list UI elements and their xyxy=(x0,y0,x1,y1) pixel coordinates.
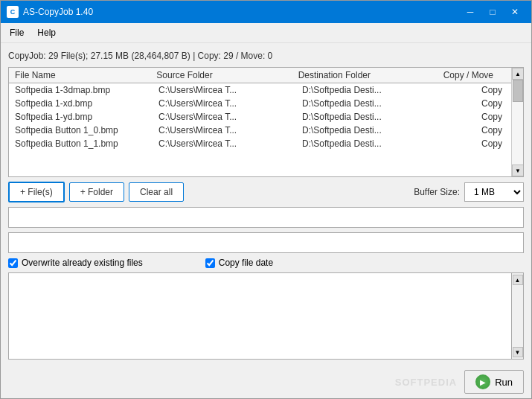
clear-all-button[interactable]: Clear all xyxy=(129,182,184,202)
cell-action: Copy xyxy=(446,138,505,149)
table-row[interactable]: Softpedia 1-3dmap.bmp C:\Users\Mircea T.… xyxy=(9,83,511,97)
copy-date-label: Copy file date xyxy=(219,258,273,268)
table-row[interactable]: Softpedia 1-xd.bmp C:\Users\Mircea T... … xyxy=(9,97,511,110)
cell-source: C:\Users\Mircea T... xyxy=(158,98,302,109)
copy-date-checkbox[interactable] xyxy=(205,258,215,268)
cell-dest: D:\Softpedia Desti... xyxy=(302,112,446,122)
maximize-button[interactable]: □ xyxy=(482,4,503,19)
cell-filename: Softpedia Button 1_1.bmp xyxy=(15,138,158,149)
close-button[interactable]: ✕ xyxy=(504,4,525,19)
col-filename: File Name xyxy=(12,70,153,80)
buffer-size-label: Buffer Size: xyxy=(414,187,460,197)
table-row[interactable]: Softpedia 1-yd.bmp C:\Users\Mircea T... … xyxy=(9,110,511,124)
log-scroll-down[interactable]: ▼ xyxy=(513,347,523,357)
cell-dest: D:\Softpedia Desti... xyxy=(302,125,446,135)
cell-dest: D:\Softpedia Desti... xyxy=(302,98,446,109)
table-row[interactable]: Softpedia Button 1_1.bmp C:\Users\Mircea… xyxy=(9,137,511,150)
cell-action: Copy xyxy=(446,85,505,95)
bottom-bar: SOFTPEDIA ▶ Run xyxy=(1,366,531,398)
cell-action: Copy xyxy=(446,112,505,122)
cell-action: Copy xyxy=(446,98,505,109)
add-files-button[interactable]: + File(s) xyxy=(8,182,65,202)
menu-help[interactable]: Help xyxy=(31,25,62,40)
table-content: File Name Source Folder Destination Fold… xyxy=(9,68,511,176)
cell-dest: D:\Softpedia Desti... xyxy=(302,85,446,95)
menu-file[interactable]: File xyxy=(4,25,30,40)
run-button[interactable]: ▶ Run xyxy=(464,370,524,394)
copy-date-checkbox-group[interactable]: Copy file date xyxy=(205,258,273,268)
scroll-up-arrow[interactable]: ▲ xyxy=(512,68,524,80)
log-area-container: ▲ ▼ xyxy=(8,272,524,360)
main-window: C AS-CopyJob 1.40 ─ □ ✕ File Help CopyJo… xyxy=(0,0,532,399)
cell-dest: D:\Softpedia Desti... xyxy=(302,138,446,149)
overwrite-checkbox[interactable] xyxy=(8,258,18,268)
cell-action: Copy xyxy=(446,125,505,135)
window-title: AS-CopyJob 1.40 xyxy=(23,7,93,17)
menu-bar: File Help xyxy=(1,23,531,43)
title-bar: C AS-CopyJob 1.40 ─ □ ✕ xyxy=(1,1,531,23)
col-source: Source Folder xyxy=(153,70,295,80)
table-row[interactable]: Softpedia Button 1_0.bmp C:\Users\Mircea… xyxy=(9,124,511,137)
overwrite-checkbox-group[interactable]: Overwrite already existing files xyxy=(8,258,143,268)
table-scrollbar[interactable]: ▲ ▼ xyxy=(511,68,523,176)
log-textarea[interactable] xyxy=(9,273,511,359)
file-table-container: File Name Source Folder Destination Fold… xyxy=(8,67,524,177)
copyjob-info: CopyJob: 29 File(s); 27.15 MB (28,464,80… xyxy=(8,49,524,63)
scroll-thumb[interactable] xyxy=(513,80,523,102)
checkboxes-row: Overwrite already existing files Copy fi… xyxy=(8,258,524,268)
col-action: Copy / Move xyxy=(437,70,496,80)
actions-row: + File(s) + Folder Clear all Buffer Size… xyxy=(8,182,524,202)
destination-input[interactable] xyxy=(8,232,524,253)
log-scroll-up[interactable]: ▲ xyxy=(513,275,523,285)
table-body: Softpedia 1-3dmap.bmp C:\Users\Mircea T.… xyxy=(9,83,511,150)
title-bar-left: C AS-CopyJob 1.40 xyxy=(7,6,93,18)
app-icon: C xyxy=(7,6,19,18)
cell-filename: Softpedia 1-xd.bmp xyxy=(15,98,158,109)
source-input[interactable] xyxy=(8,207,524,228)
overwrite-label: Overwrite already existing files xyxy=(22,258,143,268)
cell-filename: Softpedia Button 1_0.bmp xyxy=(15,125,158,135)
cell-source: C:\Users\Mircea T... xyxy=(158,125,302,135)
minimize-button[interactable]: ─ xyxy=(460,4,481,19)
col-dest: Destination Folder xyxy=(295,70,437,80)
cell-filename: Softpedia 1-yd.bmp xyxy=(15,112,158,122)
run-label: Run xyxy=(495,377,513,388)
add-folder-button[interactable]: + Folder xyxy=(69,182,124,202)
cell-source: C:\Users\Mircea T... xyxy=(158,112,302,122)
cell-source: C:\Users\Mircea T... xyxy=(158,85,302,95)
log-scrollbar[interactable]: ▲ ▼ xyxy=(511,273,523,359)
cell-filename: Softpedia 1-3dmap.bmp xyxy=(15,85,158,95)
table-header: File Name Source Folder Destination Fold… xyxy=(9,68,511,83)
run-icon: ▶ xyxy=(475,374,490,389)
buffer-size-select[interactable]: 256 KB 512 KB 1 MB 2 MB 4 MB 8 MB xyxy=(464,182,524,202)
scroll-track xyxy=(512,80,523,165)
table-with-scroll: File Name Source Folder Destination Fold… xyxy=(9,68,523,176)
cell-source: C:\Users\Mircea T... xyxy=(158,138,302,149)
title-bar-buttons: ─ □ ✕ xyxy=(460,4,525,19)
softpedia-watermark: SOFTPEDIA xyxy=(395,377,457,388)
main-content: CopyJob: 29 File(s); 27.15 MB (28,464,80… xyxy=(1,43,531,366)
scroll-down-arrow[interactable]: ▼ xyxy=(512,165,524,176)
